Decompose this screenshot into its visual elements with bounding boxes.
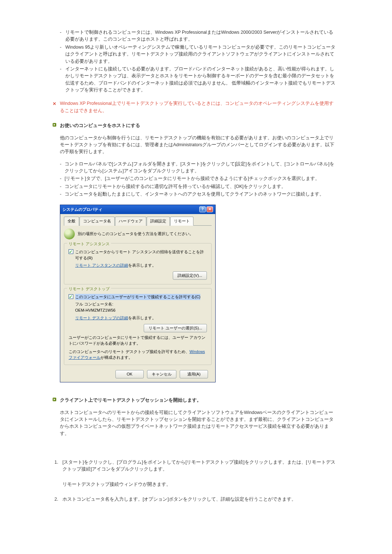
requirement-item: Windows 95より新しいオペレーティングシステムで稼働しているリモートコン… [60, 44, 338, 65]
requirement-item: リモートで制御されるコンピュータには、Windows XP Profession… [60, 29, 338, 43]
tab-remote[interactable]: リモート [170, 217, 193, 226]
step-item: コントロールパネルで[システム]フォルダを開きます。[スタート]をクリックして[… [60, 161, 338, 175]
rd-legend: リモート デスクトップ [67, 286, 111, 292]
requirement-item: インターネットにも接続している必要があります。ブロードバンドのインターネット接続… [60, 66, 338, 94]
step-item: コンピュータを起動したままにして、インターネットへのアクセスを使用してクライアン… [60, 191, 338, 198]
dialog-title: システムのプロパティ [62, 206, 102, 213]
requirements-list: リモートで制御されるコンピュータには、Windows XP Profession… [60, 29, 338, 94]
rd-detail-link[interactable]: リモート デスクトップの詳細 [75, 316, 128, 320]
remote-desktop-group: リモート デスクトップ このコンピュータにユーザーがリモートで接続することを許可… [64, 288, 212, 365]
ra-advanced-button[interactable]: 詳細設定(V)... [173, 271, 207, 280]
hosting-steps: コントロールパネルで[システム]フォルダを開きます。[スタート]をクリックして[… [60, 161, 338, 198]
ra-allow-checkbox[interactable] [69, 249, 73, 254]
warning-note: ✕ Windows XP Professional上でリモートデスクトップを実行… [53, 100, 338, 114]
ra-detail-suffix: を表示します。 [128, 263, 156, 267]
dialog-footer: OK キャンセル 適用(A) [64, 369, 212, 378]
tab-advanced[interactable]: 詳細設定 [147, 217, 170, 226]
step-item: [スタート]をクリックし、[プログラム]をポイントしてから[リモートデスクトップ… [54, 459, 338, 488]
ra-detail-link[interactable]: リモート アシスタンスの詳細 [75, 263, 128, 267]
rd-detail-suffix: を表示します。 [128, 316, 156, 320]
rd-name-value: OEM-HVMZMTZ1W56 [69, 307, 207, 313]
rd-allow-checkbox[interactable] [69, 294, 73, 299]
close-button[interactable]: ✕ [207, 206, 213, 212]
client-steps: [スタート]をクリックし、[プログラム]をポイントしてから[リモートデスクトップ… [54, 459, 338, 503]
x-icon: ✕ [53, 100, 56, 107]
tab-general[interactable]: 全般 [64, 217, 79, 226]
help-button[interactable]: ? [199, 206, 206, 212]
rd-note-fw-suffix: が構成されます。 [101, 355, 132, 360]
tab-hardware[interactable]: ハードウェア [115, 217, 146, 226]
tab-strip: 全般 コンピュータ名 ハードウェア 詳細設定 リモート [64, 216, 212, 226]
step-result: リモートデスクトップ接続ウィンドウが開きます。 [62, 481, 338, 488]
remote-assistance-group: リモート アシスタンス このコンピュータからリモート アシスタンスの招待を送信す… [64, 243, 212, 284]
cancel-button[interactable]: キャンセル [147, 370, 176, 378]
dialog-instruction: 別の場所からこのコンピュータを使う方法を選択してください。 [78, 231, 193, 237]
arrow-bullet-icon [53, 123, 56, 127]
remote-icon [64, 229, 75, 239]
step-item: ホストコンピュータ名を入力します。[オプション]ボタンをクリックして、詳細な設定… [54, 496, 338, 503]
rd-name-label: フル コンピュータ名: [69, 301, 207, 307]
section-intro: 他のコンピュータから制御を行うには、リモートデスクトップの機能を有効にする必要が… [60, 135, 338, 156]
step-text: [スタート]をクリックし、[プログラム]をポイントしてから[リモートデスクトップ… [62, 460, 335, 472]
rd-note-fw-prefix: このコンピュータへのリモート デスクトップ接続を許可するため、 [69, 349, 189, 354]
step-item: [リモート]タブで、[ユーザーがこのコンピュータにリモートから接続できるようにす… [60, 175, 338, 182]
step-item: コンピュータにリモートから接続するのに適切な許可を持っているか確認して、[OK]… [60, 183, 338, 190]
system-properties-dialog: システムのプロパティ ? ✕ 全般 コンピュータ名 ハードウェア 詳細設定 リモ… [60, 205, 216, 383]
ra-legend: リモート アシスタンス [67, 241, 111, 247]
rd-checkbox-label: このコンピュータにユーザーがリモートで接続することを許可する(C) [75, 294, 200, 300]
section-title: クライアント上でリモートデスクトップセッションを開始します。 [60, 397, 201, 404]
section-title: お使いのコンピュータをホストにする [60, 122, 140, 129]
rd-select-users-button[interactable]: リモート ユーザーの選択(S)... [144, 324, 207, 332]
tab-computer-name[interactable]: コンピュータ名 [79, 217, 115, 226]
ra-checkbox-label: このコンピュータからリモート アシスタンスの招待を送信することを許可する(R) [75, 249, 207, 261]
ok-button[interactable]: OK [115, 370, 144, 378]
section-hosting: お使いのコンピュータをホストにする [53, 122, 338, 129]
arrow-bullet-icon [53, 398, 56, 401]
section-intro: ホストコンピュータへのリモートからの接続を可能にしてクライアントソフトウェアをW… [60, 409, 338, 438]
warning-text: Windows XP Professional上でリモートデスクトップを実行して… [60, 100, 338, 114]
section-client-start: クライアント上でリモートデスクトップセッションを開始します。 [53, 397, 338, 404]
step-text: ホストコンピュータ名を入力します。[オプション]ボタンをクリックして、詳細な設定… [62, 497, 296, 502]
dialog-titlebar[interactable]: システムのプロパティ ? ✕ [60, 205, 215, 214]
apply-button[interactable]: 適用(A) [180, 370, 208, 378]
rd-note-password: ユーザーがこのコンピュータにリモートで接続するには、ユーザー アカウントにパスワ… [69, 335, 207, 346]
